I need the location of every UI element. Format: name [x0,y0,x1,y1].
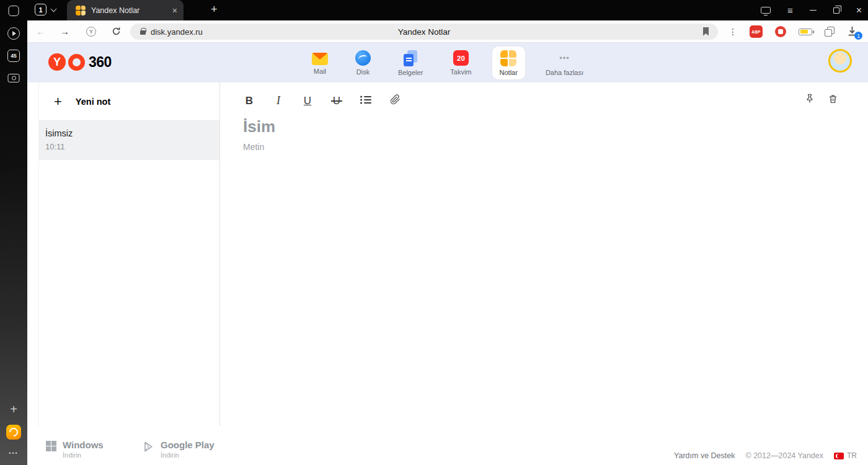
new-tab-button[interactable]: + [211,3,218,16]
panels-icon[interactable] [9,6,19,16]
googleplay-action: İndirin [161,451,215,459]
note-title-input[interactable]: İsim [243,117,275,136]
note-body-input[interactable]: Metin [243,142,264,152]
bookmark-icon[interactable] [702,27,709,38]
page-content: Y 360 Mail Disk Belgeler 20 [27,43,868,465]
attachment-icon[interactable] [389,94,401,107]
toolbar-extensions: ⋮ ABP 1 [728,20,868,43]
battery-extension-icon[interactable] [799,29,812,35]
more-icon: ••• [559,50,570,66]
trash-icon[interactable] [828,94,838,107]
address-bar[interactable]: disk.yandex.ru Yandex Notlar [130,24,718,40]
yandex-y-icon: Y [48,53,66,71]
window-controls: ≡ × [761,0,862,20]
language-label: TR [847,451,857,460]
app-more[interactable]: ••• Daha fazlası [538,46,591,79]
app-label: Daha fazlası [546,69,583,76]
footer-links: Yardım ve Destek © 2012—2024 Yandex TR [674,451,857,460]
notes-icon [500,50,516,66]
blocker-extension-icon[interactable] [775,26,786,37]
page-menu-icon[interactable]: ⋮ [728,27,737,37]
turkey-flag-icon [834,453,844,459]
browser-menu-icon[interactable]: ≡ [787,6,793,15]
tab-title: Yandex Notlar [91,6,167,15]
new-note-label: Yeni not [76,97,110,107]
googleplay-icon [143,441,154,455]
app-disk[interactable]: Disk [348,46,378,79]
forward-icon[interactable]: → [60,26,69,37]
editor-actions [804,93,838,107]
app-notes[interactable]: Notlar [492,46,526,80]
url-text[interactable]: disk.yandex.ru [151,27,203,37]
tab-counter[interactable]: 1 [35,4,56,16]
downloads-icon[interactable]: 1 [847,26,858,37]
bold-icon[interactable]: B [243,95,255,106]
active-tab[interactable]: Yandex Notlar × [67,0,184,20]
italic-icon[interactable]: I [272,95,285,106]
tab-count-icon[interactable]: 45 [7,50,20,62]
tab-strip: 1 Yandex Notlar × + ≡ × [27,0,868,20]
tab-counter-badge: 1 [35,4,46,16]
page-footer: Windows İndirin Google Play İndirin Yard… [27,426,868,465]
restore-icon[interactable] [833,7,839,14]
yandex-app-icon[interactable] [6,425,21,440]
tab-count-label: 45 [11,53,16,59]
app-calendar[interactable]: 20 Takvim [443,46,479,79]
new-note-button[interactable]: + Yeni not [39,82,219,121]
list-icon[interactable] [360,95,372,106]
editor-toolbar: B I U U [243,92,401,109]
screenshot-icon[interactable] [8,74,20,82]
app-label: Mail [314,68,326,75]
browser-toolbar: ← → Y disk.yandex.ru Yandex Notlar ⋮ ABP… [27,20,868,43]
language-switcher[interactable]: TR [834,451,857,460]
play-icon[interactable] [7,27,20,40]
camera-lens-icon [12,76,16,81]
windows-icon [46,441,56,451]
disk-icon [355,50,371,66]
note-list-item[interactable]: İsimsiz 10:11 [39,121,219,160]
adblock-extension-icon[interactable]: ABP [750,25,763,38]
pin-icon[interactable] [804,93,815,107]
refresh-icon[interactable] [112,27,121,38]
windows-action: İndirin [63,451,104,459]
protect-icon[interactable]: Y [86,27,96,37]
sidebar-more-icon[interactable]: ••• [9,450,18,456]
help-link[interactable]: Yardım ve Destek [674,451,735,460]
plus-icon: + [54,95,62,108]
lock-icon [140,30,146,35]
app-label: Takvim [450,68,471,76]
calendar-icon: 20 [453,50,469,66]
panel-toggle-icon[interactable] [761,7,771,14]
app-mail[interactable]: Mail [304,47,335,78]
services-nav: Mail Disk Belgeler 20 Takvim Notlar [304,43,591,82]
googleplay-download-link[interactable]: Google Play İndirin [143,440,215,459]
window-close-icon[interactable]: × [856,6,862,16]
avatar[interactable] [828,49,852,73]
browser-sidebar: 45 + ••• [0,0,27,465]
notes-favicon [76,6,86,16]
note-item-title: İsimsiz [45,128,213,138]
documents-icon [402,50,418,66]
underline-icon[interactable]: U [301,95,314,106]
googleplay-label: Google Play [161,440,215,450]
copyright-text: © 2012—2024 Yandex [745,451,823,460]
browser-window: 45 + ••• 1 Yandex Notlar × + ≡ × ← → Y [0,0,868,465]
play-triangle-icon [12,31,16,36]
tabs-extension-icon[interactable] [825,27,835,37]
download-badge: 1 [854,32,862,40]
app-label: Belgeler [398,69,423,76]
tab-close-icon[interactable]: × [172,6,177,15]
sidebar-add-icon[interactable]: + [10,402,17,417]
strikethrough-icon[interactable]: U [330,95,343,106]
app-label: Notlar [500,69,518,76]
chevron-down-icon [51,6,57,12]
logo-ring-icon [68,54,85,71]
note-item-time: 10:11 [45,142,213,151]
note-editor: B I U U İsim Metin [221,82,868,426]
app-documents[interactable]: Belgeler [391,46,430,79]
minimize-icon[interactable] [810,10,817,11]
yandex360-logo[interactable]: Y 360 [48,53,112,71]
back-icon[interactable]: ← [36,26,45,37]
windows-download-link[interactable]: Windows İndirin [46,440,104,459]
service-header: Y 360 Mail Disk Belgeler 20 [27,43,868,82]
